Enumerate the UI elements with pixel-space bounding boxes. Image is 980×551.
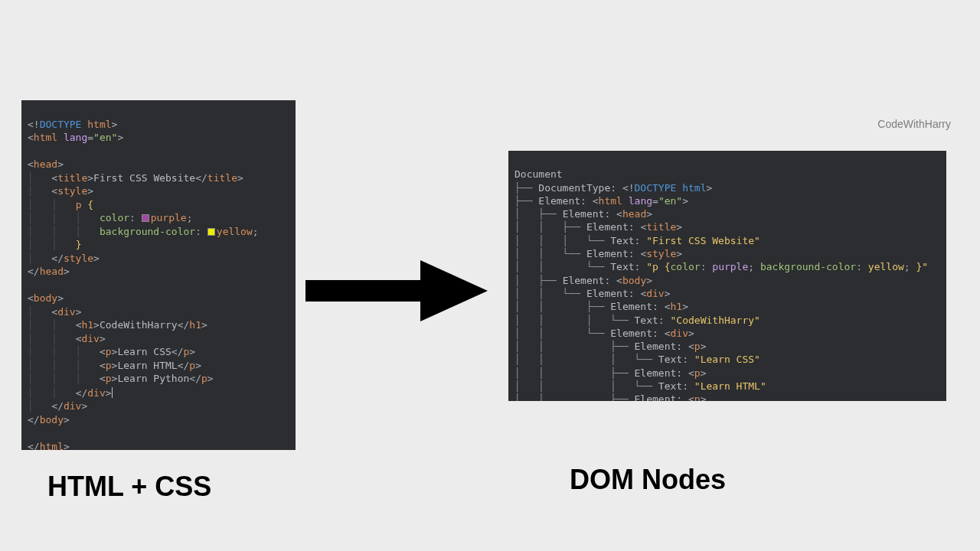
text-cursor (112, 387, 113, 398)
code-panel-html-css: <!DOCTYPE html> <html lang="en"> <head> … (21, 100, 296, 450)
arrow-icon (305, 253, 489, 329)
watermark-text: CodeWithHarry (877, 118, 951, 130)
caption-right: DOM Nodes (570, 464, 726, 496)
color-swatch-purple (142, 214, 149, 222)
caption-left: HTML + CSS (47, 471, 211, 503)
tree-panel-dom-nodes: Document ├── DocumentType: <!DOCTYPE htm… (508, 151, 946, 401)
svg-marker-0 (305, 260, 488, 321)
color-swatch-yellow (207, 228, 215, 236)
